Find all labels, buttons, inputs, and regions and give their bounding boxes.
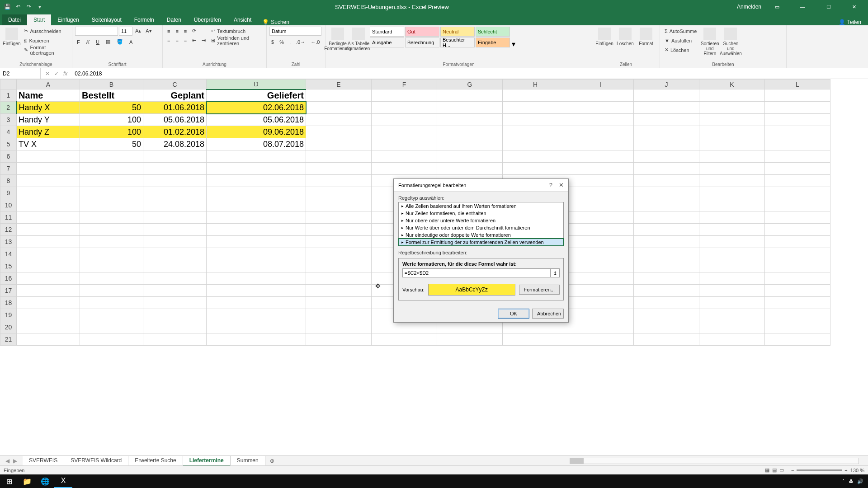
cell[interactable] bbox=[143, 187, 207, 199]
cell[interactable] bbox=[634, 89, 699, 102]
cell[interactable]: Geliefert bbox=[207, 89, 306, 102]
cell[interactable] bbox=[699, 224, 765, 236]
cell[interactable] bbox=[503, 150, 568, 163]
cell[interactable] bbox=[765, 138, 830, 150]
cell[interactable] bbox=[17, 248, 80, 260]
cell[interactable] bbox=[207, 187, 306, 199]
cell[interactable]: 100 bbox=[80, 126, 143, 138]
cell[interactable] bbox=[17, 150, 80, 163]
cell[interactable] bbox=[634, 126, 699, 138]
cell[interactable] bbox=[765, 175, 830, 187]
style-berechnung[interactable]: Berechnung bbox=[405, 38, 439, 47]
cell[interactable] bbox=[17, 260, 80, 272]
cell[interactable] bbox=[568, 199, 634, 211]
row-header[interactable]: 21 bbox=[0, 333, 17, 346]
cell[interactable]: 50 bbox=[80, 102, 143, 114]
cell[interactable] bbox=[634, 260, 699, 272]
tab-pagelayout[interactable]: Seitenlayout bbox=[85, 14, 128, 25]
cell[interactable]: 05.06.2018 bbox=[207, 114, 306, 126]
cell[interactable] bbox=[699, 321, 765, 333]
cell[interactable] bbox=[80, 321, 143, 333]
cell[interactable] bbox=[207, 163, 306, 175]
cell[interactable] bbox=[372, 163, 437, 175]
cell[interactable]: Geplant bbox=[143, 89, 207, 102]
cell[interactable] bbox=[503, 163, 568, 175]
col-header-J[interactable]: J bbox=[634, 80, 699, 89]
cell[interactable] bbox=[372, 102, 437, 114]
cell[interactable] bbox=[765, 150, 830, 163]
col-header-I[interactable]: I bbox=[568, 80, 634, 89]
cell[interactable] bbox=[765, 333, 830, 346]
cell[interactable] bbox=[143, 248, 207, 260]
dialog-close-icon[interactable]: ✕ bbox=[559, 182, 564, 188]
cell[interactable] bbox=[634, 175, 699, 187]
tab-insert[interactable]: Einfügen bbox=[51, 14, 85, 25]
cell[interactable] bbox=[568, 163, 634, 175]
align-right-icon[interactable]: ≡ bbox=[182, 36, 189, 45]
range-picker-icon[interactable]: ↥ bbox=[551, 268, 560, 277]
cell[interactable] bbox=[568, 126, 634, 138]
col-header-H[interactable]: H bbox=[503, 80, 568, 89]
cell[interactable] bbox=[503, 102, 568, 114]
cell[interactable] bbox=[699, 309, 765, 321]
format-painter-button[interactable]: ✎ Format übertragen bbox=[22, 46, 69, 54]
cell[interactable] bbox=[143, 224, 207, 236]
cell[interactable] bbox=[765, 199, 830, 211]
cell[interactable] bbox=[568, 102, 634, 114]
cell[interactable] bbox=[306, 297, 372, 309]
cancel-button[interactable]: Abbrechen bbox=[532, 309, 564, 319]
cell[interactable] bbox=[437, 333, 503, 346]
cell[interactable] bbox=[634, 321, 699, 333]
cell[interactable] bbox=[306, 199, 372, 211]
sheet-tab[interactable]: SVERWEIS bbox=[23, 456, 64, 466]
cell[interactable] bbox=[306, 163, 372, 175]
cell[interactable] bbox=[306, 126, 372, 138]
cell[interactable] bbox=[634, 236, 699, 248]
cell[interactable] bbox=[306, 150, 372, 163]
underline-button[interactable]: U bbox=[94, 38, 101, 46]
cell[interactable] bbox=[306, 102, 372, 114]
cell[interactable] bbox=[207, 211, 306, 224]
cell[interactable] bbox=[17, 236, 80, 248]
col-header-K[interactable]: K bbox=[699, 80, 765, 89]
col-header-F[interactable]: F bbox=[372, 80, 437, 89]
cell[interactable] bbox=[372, 114, 437, 126]
cell[interactable] bbox=[17, 187, 80, 199]
cell[interactable] bbox=[80, 187, 143, 199]
cell[interactable] bbox=[80, 260, 143, 272]
sheet-tab[interactable]: Liefertermine bbox=[183, 456, 231, 466]
cancel-formula-icon[interactable]: ✕ bbox=[45, 70, 50, 77]
cell[interactable] bbox=[372, 138, 437, 150]
cell[interactable] bbox=[207, 199, 306, 211]
delete-cells-button[interactable]: Löschen bbox=[616, 27, 635, 61]
rule-type-list[interactable]: Alle Zeilen basierend auf ihren Werten f… bbox=[398, 202, 564, 246]
increase-decimal-icon[interactable]: .0→ bbox=[294, 38, 307, 46]
cell[interactable]: 09.06.2018 bbox=[207, 126, 306, 138]
cell[interactable] bbox=[143, 285, 207, 297]
tab-file[interactable]: Datei bbox=[2, 14, 27, 25]
font-color-button[interactable]: A bbox=[127, 38, 134, 46]
cell[interactable] bbox=[17, 224, 80, 236]
cell[interactable] bbox=[306, 224, 372, 236]
col-header-E[interactable]: E bbox=[306, 80, 372, 89]
cell[interactable] bbox=[143, 175, 207, 187]
cell[interactable] bbox=[80, 309, 143, 321]
cell[interactable] bbox=[634, 248, 699, 260]
cell[interactable] bbox=[568, 175, 634, 187]
rule-type-option[interactable]: Nur obere oder untere Werte formatieren bbox=[399, 217, 563, 224]
row-header[interactable]: 5 bbox=[0, 138, 17, 150]
cell[interactable] bbox=[765, 297, 830, 309]
cell[interactable] bbox=[437, 114, 503, 126]
cell[interactable]: 01.06.2018 bbox=[143, 102, 207, 114]
cell[interactable] bbox=[699, 187, 765, 199]
align-bot-icon[interactable]: ≡ bbox=[182, 27, 189, 35]
view-pagelayout-icon[interactable]: ▤ bbox=[772, 467, 777, 473]
cell[interactable] bbox=[634, 187, 699, 199]
cell[interactable] bbox=[765, 248, 830, 260]
cell[interactable] bbox=[80, 297, 143, 309]
cell[interactable] bbox=[634, 138, 699, 150]
cell[interactable] bbox=[372, 321, 437, 333]
cell[interactable] bbox=[699, 285, 765, 297]
cell[interactable] bbox=[699, 126, 765, 138]
style-neutral[interactable]: Neutral bbox=[440, 27, 475, 37]
